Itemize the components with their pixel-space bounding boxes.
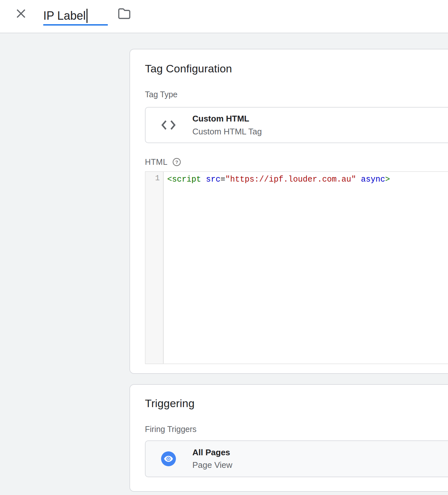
triggering-card: Triggering Firing Triggers All Pages Pag… [129,384,448,492]
line-number: 1 [155,174,160,183]
code-token: <script [167,175,201,184]
text-caret [87,9,87,23]
editor-gutter: 1 [146,172,164,363]
tag-type-text: Custom HTML Custom HTML Tag [192,114,262,137]
pageview-trigger-icon [161,451,176,466]
folder-button[interactable] [117,6,132,20]
svg-text:?: ? [175,159,178,165]
tag-name-input[interactable]: IP Label [43,5,108,26]
tag-type-name: Custom HTML [192,114,262,124]
page-content: Tag Configuration Tag Type Custom HTML C… [0,33,448,492]
trigger-text: All Pages Page View [192,448,232,470]
close-button[interactable] [15,7,27,20]
tag-type-description: Custom HTML Tag [192,127,262,137]
tag-type-selector[interactable]: Custom HTML Custom HTML Tag [145,107,448,143]
trigger-name: All Pages [192,448,232,458]
tag-type-label: Tag Type [145,90,448,99]
html-code-editor[interactable]: 1 <script src="https://ipf.louder.com.au… [145,171,448,364]
code-brackets-icon [161,120,176,130]
header-bar: IP Label [0,0,448,33]
code-token: = [220,175,225,184]
folder-icon [117,7,131,19]
tag-name-value: IP Label [43,7,86,24]
code-token: "https://ipf.louder.com.au" [225,175,356,184]
html-field-header: HTML ? [145,157,448,167]
trigger-row-all-pages[interactable]: All Pages Page View [145,440,448,477]
tag-configuration-card: Tag Configuration Tag Type Custom HTML C… [129,49,448,374]
code-token: > [385,175,390,184]
triggering-title: Triggering [145,397,448,410]
help-icon[interactable]: ? [172,158,181,166]
firing-triggers-label: Firing Triggers [145,425,448,434]
code-token: src [201,175,220,184]
tag-configuration-title: Tag Configuration [145,62,448,75]
editor-code-line[interactable]: <script src="https://ipf.louder.com.au" … [164,172,448,363]
trigger-type: Page View [192,460,232,470]
close-icon [15,8,27,19]
html-label: HTML [145,157,168,167]
code-token: async [356,175,385,184]
